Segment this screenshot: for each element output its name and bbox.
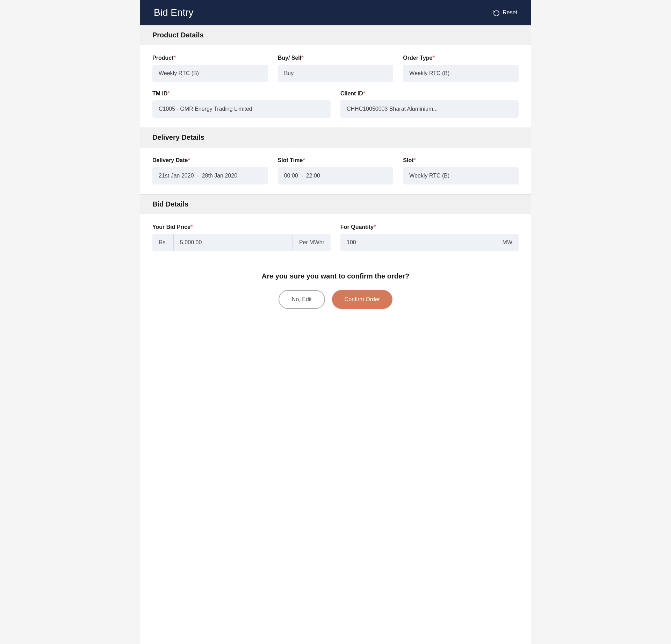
bid-row: Your Bid Price* Rs. Per MWhr For Quantit…	[152, 224, 519, 251]
bid-price-suffix: Per MWhr	[293, 234, 331, 251]
confirm-question: Are you sure you want to confirm the ord…	[262, 272, 409, 280]
confirmation-section: Are you sure you want to confirm the ord…	[140, 261, 531, 323]
delivery-date-field: Delivery Date*	[152, 157, 268, 184]
product-details-content: Product* Buy/ Sell* Order Type* TM	[140, 45, 531, 128]
product-label: Product*	[152, 55, 268, 61]
slot-time-required-star: *	[303, 157, 305, 163]
delivery-date-label: Delivery Date*	[152, 157, 268, 164]
delivery-row: Delivery Date* Slot Time* Slot*	[152, 157, 519, 184]
confirm-buttons: No, Edit Confirm Order	[279, 290, 392, 309]
product-field: Product*	[152, 55, 268, 82]
bid-price-required-star: *	[190, 224, 193, 230]
client-id-label: Client ID*	[340, 91, 519, 97]
no-edit-button[interactable]: No, Edit	[279, 290, 325, 309]
tm-id-input[interactable]	[152, 100, 331, 118]
tm-id-field: TM ID*	[152, 91, 331, 118]
tm-id-label: TM ID*	[152, 91, 331, 97]
order-type-field: Order Type*	[403, 55, 519, 82]
bid-details-content: Your Bid Price* Rs. Per MWhr For Quantit…	[140, 214, 531, 261]
app-header: Bid Entry Reset	[140, 0, 531, 25]
product-required-star: *	[173, 55, 175, 61]
client-id-input[interactable]	[340, 100, 519, 118]
tm-client-row: TM ID* Client ID*	[152, 91, 519, 118]
buy-sell-field: Buy/ Sell*	[278, 55, 394, 82]
product-details-header: Product Details	[140, 25, 531, 45]
buy-sell-input[interactable]	[278, 65, 394, 82]
order-type-label: Order Type*	[403, 55, 519, 61]
page-title: Bid Entry	[154, 7, 194, 18]
bid-price-input[interactable]	[174, 234, 293, 251]
slot-time-field: Slot Time*	[278, 157, 394, 184]
product-details-title: Product Details	[152, 31, 204, 39]
delivery-details-content: Delivery Date* Slot Time* Slot*	[140, 147, 531, 194]
quantity-required-star: *	[374, 224, 376, 230]
client-id-required-star: *	[363, 91, 365, 96]
buy-sell-label: Buy/ Sell*	[278, 55, 394, 61]
delivery-date-input[interactable]	[152, 167, 268, 184]
slot-time-label: Slot Time*	[278, 157, 394, 164]
bid-details-title: Bid Details	[152, 200, 188, 208]
bid-price-prefix: Rs.	[152, 234, 174, 251]
tm-id-required-star: *	[168, 91, 170, 96]
slot-time-input[interactable]	[278, 167, 394, 184]
client-id-field: Client ID*	[340, 91, 519, 118]
delivery-date-required-star: *	[188, 157, 190, 163]
buy-sell-required-star: *	[301, 55, 303, 61]
order-type-input[interactable]	[403, 65, 519, 82]
product-row: Product* Buy/ Sell* Order Type*	[152, 55, 519, 82]
product-input[interactable]	[152, 65, 268, 82]
bid-details-header: Bid Details	[140, 194, 531, 214]
quantity-suffix: MW	[496, 234, 519, 251]
quantity-field: For Quantity* MW	[340, 224, 519, 251]
bid-price-label: Your Bid Price*	[152, 224, 331, 230]
delivery-details-title: Delivery Details	[152, 133, 204, 141]
bid-price-input-group: Rs. Per MWhr	[152, 234, 331, 251]
quantity-input[interactable]	[340, 234, 496, 251]
confirm-order-button[interactable]: Confirm Order	[332, 290, 392, 309]
slot-required-star: *	[414, 157, 416, 163]
slot-label: Slot*	[403, 157, 519, 164]
reset-button[interactable]: Reset	[493, 9, 517, 16]
reset-icon	[493, 9, 500, 16]
slot-input[interactable]	[403, 167, 519, 184]
quantity-label: For Quantity*	[340, 224, 519, 230]
slot-field: Slot*	[403, 157, 519, 184]
delivery-details-header: Delivery Details	[140, 128, 531, 147]
bid-price-field: Your Bid Price* Rs. Per MWhr	[152, 224, 331, 251]
quantity-input-group: MW	[340, 234, 519, 251]
order-type-required-star: *	[433, 55, 435, 61]
